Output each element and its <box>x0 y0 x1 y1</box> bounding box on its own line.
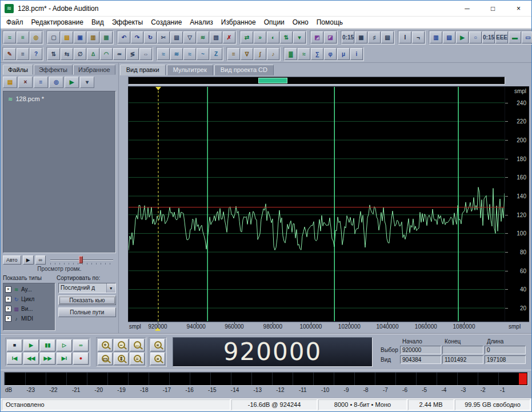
waveform-canvas[interactable] <box>129 87 505 321</box>
menu-item[interactable]: Вид <box>87 17 108 27</box>
echo-icon[interactable]: ≋ <box>170 48 183 60</box>
view-start-field[interactable]: 904384 <box>400 355 441 364</box>
go-to-start-button[interactable]: I◀ <box>7 353 22 365</box>
file-type-row[interactable]: × ▦ Ви... <box>4 304 54 314</box>
frequency-analysis-icon[interactable]: ◩ <box>311 31 323 43</box>
menu-item[interactable]: Избранное <box>217 17 260 27</box>
compressor-icon[interactable]: ≶ <box>126 48 139 60</box>
menu-item[interactable]: Эффекты <box>108 17 147 27</box>
cue-list-icon[interactable]: ≡ <box>17 48 29 60</box>
play-looped-button[interactable]: ∞ <box>73 339 89 351</box>
file-types-list[interactable]: × ≋ Ау... × ↻ Цикл × ▦ <box>3 283 55 331</box>
view-end-field[interactable]: 1101492 <box>442 355 483 364</box>
invert-icon[interactable]: ⇅ <box>47 48 60 60</box>
menu-item[interactable]: Опции <box>260 17 289 27</box>
normalize-icon[interactable]: ≃ <box>113 48 126 60</box>
file-type-row[interactable]: × ≋ Ау... <box>4 285 54 294</box>
time-ruler[interactable]: smpl 92000094000096000098000010000001020… <box>128 322 505 331</box>
menu-item[interactable]: Создание <box>147 17 186 27</box>
tab-edit-view[interactable]: Вид правки <box>120 65 166 75</box>
save-file-icon[interactable]: ▣ <box>74 31 86 43</box>
file-type-row[interactable]: × ♪ MIDI <box>4 314 54 323</box>
phase-window-icon[interactable]: φ <box>324 48 337 60</box>
file-list[interactable]: ≋ 128.pcm * <box>3 91 116 253</box>
delete-icon[interactable]: ✗ <box>223 31 235 43</box>
show-transport-icon[interactable]: ▶ <box>456 31 469 43</box>
selection-tool-icon[interactable]: I <box>399 31 411 43</box>
auto-play-button[interactable]: Авто <box>3 255 21 265</box>
menu-item[interactable]: Анализ <box>186 17 217 27</box>
menu-item[interactable]: Файл <box>2 17 27 27</box>
import-file-icon[interactable]: ▤ <box>3 77 17 88</box>
statistics-icon[interactable]: μ <box>337 48 350 60</box>
type-checkbox[interactable]: × <box>5 296 11 302</box>
phase-analysis-icon[interactable]: ◪ <box>324 31 337 43</box>
show-time-window-icon[interactable]: 0:15 <box>482 31 495 43</box>
delay-icon[interactable]: ≈ <box>157 48 170 60</box>
record-button[interactable]: ● <box>73 353 89 365</box>
paste-icon[interactable]: ▽ <box>183 31 196 43</box>
reverb-icon[interactable]: ≈ <box>183 48 196 60</box>
show-cues-button[interactable]: Показать кью <box>58 295 116 305</box>
play-from-cursor-button[interactable]: ▷ <box>57 339 72 351</box>
selection-start-field[interactable]: 920000 <box>400 346 441 354</box>
menu-item[interactable]: Окно <box>289 17 313 27</box>
preview-loop-button[interactable]: ∞ <box>35 255 46 265</box>
marker-icon[interactable]: ▾ <box>293 31 306 43</box>
spectral-view-icon[interactable]: ▓ <box>285 48 297 60</box>
time-display[interactable]: 920000 <box>173 337 373 367</box>
copy-to-new-icon[interactable]: ▧ <box>210 31 222 43</box>
tab-effects[interactable]: Эффекты <box>34 65 73 75</box>
tab-cd-project-view[interactable]: Вид проекта CD <box>214 65 274 75</box>
show-status-bar-icon[interactable]: ▭ <box>522 31 532 43</box>
show-organizer-icon[interactable]: ▥ <box>430 31 442 43</box>
zoom-out-vertical-button[interactable]: ≡ <box>130 353 145 365</box>
undo-icon[interactable]: ↶ <box>118 31 130 43</box>
cd-project-view-icon[interactable]: ◎ <box>30 31 42 43</box>
overview-bar[interactable] <box>128 77 505 85</box>
slider-thumb[interactable] <box>79 256 83 263</box>
chevron-down-icon[interactable]: ▼ <box>106 283 115 293</box>
pause-button[interactable]: ▮▮ <box>40 339 55 351</box>
batch-files-icon[interactable]: ▦ <box>100 31 113 43</box>
full-paths-button[interactable]: Полные пути <box>58 307 116 317</box>
reverse-icon[interactable]: ⇆ <box>61 48 73 60</box>
stretch-icon[interactable]: ⇔ <box>139 48 152 60</box>
convert-sample-type-icon[interactable]: ⇄ <box>241 31 253 43</box>
repeat-command-icon[interactable]: ↻ <box>144 31 157 43</box>
preview-volume-slider[interactable] <box>50 256 113 264</box>
file-list-item[interactable]: ≋ 128.pcm * <box>5 95 114 103</box>
overview-selection[interactable] <box>258 78 287 83</box>
insert-to-cd-icon[interactable]: ◐ <box>267 31 279 43</box>
type-checkbox[interactable]: × <box>5 315 11 322</box>
cut-icon[interactable]: ✂ <box>157 31 170 43</box>
insert-multitrack-icon[interactable]: ≡ <box>34 77 48 88</box>
menu-item[interactable]: Помощь <box>313 17 347 27</box>
open-append-icon[interactable]: ▥ <box>87 31 99 43</box>
zoom-in-button[interactable]: + <box>98 339 113 351</box>
time-display-format-icon[interactable]: 0:15 <box>342 31 354 43</box>
open-file-icon[interactable]: ▤ <box>61 31 73 43</box>
show-zoom-controls-icon[interactable]: ○ <box>469 31 482 43</box>
file-type-row[interactable]: × ↻ Цикл <box>4 294 54 304</box>
tab-favorites[interactable]: Избранное <box>73 65 115 75</box>
cursor-top-marker[interactable] <box>155 87 161 90</box>
type-checkbox[interactable]: × <box>5 286 11 293</box>
preview-play-button[interactable]: ▶ <box>23 255 34 265</box>
new-file-icon[interactable]: ▢ <box>47 31 60 43</box>
go-to-end-button[interactable]: ▶I <box>57 353 72 365</box>
flanger-icon[interactable]: ~ <box>197 48 209 60</box>
show-level-meters-icon[interactable]: ▬ <box>509 31 521 43</box>
play-preview-icon[interactable]: ▶ <box>65 77 79 88</box>
close-button[interactable]: × <box>506 1 531 16</box>
play-button[interactable]: ▶ <box>23 339 39 351</box>
show-sel-view-icon[interactable]: EEE <box>495 31 508 43</box>
minimize-button[interactable]: ─ <box>454 1 480 16</box>
scripts-icon[interactable]: ✎ <box>3 48 16 60</box>
maximize-button[interactable]: □ <box>480 1 506 16</box>
stop-button[interactable]: ■ <box>7 339 22 351</box>
zoom-in-vertical-button[interactable]: ⇕ <box>114 353 129 365</box>
fast-forward-button[interactable]: ▶▶ <box>40 353 55 365</box>
amplify-icon[interactable]: ∆ <box>87 48 99 60</box>
tab-multitrack-view[interactable]: Мультитрек <box>167 65 213 75</box>
